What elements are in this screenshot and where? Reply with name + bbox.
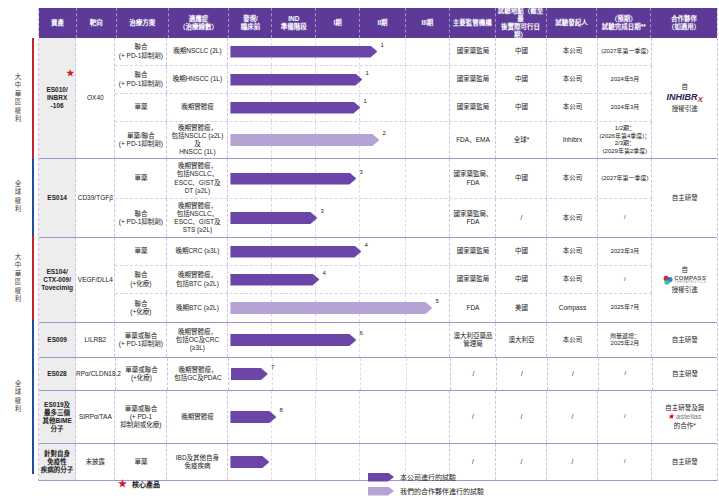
partner-cell: 自主研發 [652,159,717,237]
partner-trial-bar-icon [368,487,394,496]
header-col-7: II期 [360,8,406,38]
treatment-plan-cell: 單藥或聯合 (+ PD-1 抑制劑或化療) [115,391,167,443]
legend-partner-trial-label: 我們的合作夥伴進行的試驗 [400,486,484,496]
phase-gridline [359,444,360,480]
phase-gridline [360,358,361,390]
phase-gridline [405,323,406,357]
rows-wrap: 單藥或聯合 (+化療)晚期實體瘤， 包括GC及PDAC7//// [116,358,653,390]
sponsor-cell: 本公司 [547,323,598,357]
treatment-plan-cell: 單藥或聯合 (+化療) [116,358,168,390]
legend-core-product: ★ 核心產品 [118,479,160,489]
pipeline-row: 聯合 (+化療)晚期實體瘤， 包括BTC (≥2L)4國家藥監局中國本公司/ [115,266,652,294]
pipeline-row: 聯合 (+ PD-1抑制劑)晚期實體瘤， 包括NSCLC、 ESCC、GIST及… [115,199,652,237]
location-cell: 中國 [496,66,547,93]
bar-footnote: 4 [364,242,367,248]
header-col-5: IND 準備階段 [272,8,316,38]
regulator-cell: 國家藥監局、 FDA [450,199,496,237]
phase-gridline [359,391,360,443]
core-product-star-icon: ★ [66,69,74,78]
core-product-star-icon: ★ [118,479,127,489]
compass-icon [663,275,673,285]
indication-cell: 晚期實體瘤， 包括NSCLC、 ESCC、GIST及 STS (≥2L) [167,199,228,237]
indication-cell: 晚期實體瘤 [167,94,228,121]
partner-suffix: 授權引進 [672,105,698,113]
asset-group-5: ES019及 最多三個 其他BiME 分子SIRPα/TAA單藥或聯合 (+ P… [39,391,717,444]
indication-cell: 晚期實體瘤， 包括NSCLC (≥2L)及 HNSCC (1L) [167,122,228,158]
treatment-plan-cell: 單藥或聯合 (+ PD-1抑制劑) [115,323,167,357]
pipeline-row: 單藥或聯合 (+化療)晚期實體瘤， 包括GC及PDAC7//// [116,358,653,390]
astellas-logo: ★astellas [668,413,702,421]
partner-suffix: 授權引進 [672,286,698,294]
pipeline-row: 單藥或聯合 (+ PD-1 抑制劑或化療)晚期實體瘤8//// [115,391,652,443]
bar-footnote: 1 [365,70,368,76]
table-body: ES010/ INBRX -106★OX40聯合 (+ PD-1抑制劑)晚期NS… [39,38,717,481]
phase-gridline [359,199,360,237]
header-col-6: I期 [316,8,360,38]
target-cell: SIRPα/CLDN18.2 [76,358,116,390]
phase-gridline [406,358,407,390]
location-cell: 中國 [496,94,547,121]
regulator-cell: FDA [450,294,496,322]
sponsor-cell: 本公司 [547,66,598,93]
header-col-9: 主要監管機構 [450,8,496,38]
compass-logo-sub: THERAPEUTICS [674,281,706,285]
regulator-cell: 國家藥監局 [450,238,496,265]
completion-date-cell: / [599,358,653,390]
indication-cell: 晚期NSCLC (2L) [167,38,228,65]
partner-text: 自主研發 [672,458,698,466]
sponsor-cell: Compass [547,294,598,322]
phase-gridline [405,38,406,65]
pipeline-row: 單藥晚期實體瘤1國家藥監局中國本公司2024年3月 [115,94,652,122]
indication-cell: 晚期HNSCC (1L) [167,66,228,93]
target-cell: SIRPα/TAA [76,391,115,443]
target-cell: LILRB2 [76,323,115,357]
phase-track: 3 [228,199,450,237]
treatment-plan-cell: 單藥/聯合 (+ PD-1抑制劑) [115,122,167,158]
sponsor-cell: 本公司 [547,199,598,237]
legend-trial-types: 本公司進行的試驗 我們的合作夥伴進行的試驗 [368,472,484,496]
bar-footnote: 5 [435,298,438,304]
location-cell: 中國 [496,266,547,293]
sponsor-cell: / [548,358,599,390]
location-cell: / [496,391,547,443]
treatment-plan-cell: 聯合 (+ PD-1抑制劑) [115,38,167,65]
location-cell: / [497,358,548,390]
sponsor-cell: 本公司 [547,159,598,198]
partner-cell: 自INHIBRX授權引進 [652,38,717,158]
completion-date-cell: (2027年第一季度) [598,159,652,198]
partner-cell: 自主研發 [653,358,717,390]
sponsor-cell: / [547,444,598,480]
pipeline-row: 聯合 (+ PD-1抑制劑)晚期NSCLC (2L)1國家藥監局中國本公司(20… [115,38,652,66]
header-col-13: 合作夥伴 （如適用） [651,8,717,38]
rows-wrap: 單藥或聯合 (+ PD-1 抑制劑或化療)晚期實體瘤8//// [115,391,652,443]
phase-track: 1 [228,66,450,93]
partner-prefix: 自 [681,83,688,91]
location-cell: / [496,199,547,237]
phase-track: 8 [228,391,450,443]
location-cell: 中國 [496,38,547,65]
completion-date-cell: (2027年第一季度) [598,38,652,65]
phase-gridline [315,444,316,480]
completion-date-cell: 2025年7月 [598,294,652,322]
indication-cell: IBD及其他自身 免疫疾病 [167,444,228,480]
pipeline-bar [230,102,360,114]
location-cell: 中國 [496,159,547,198]
header-col-2: 治療方案 [117,8,169,38]
phase-track: 3 [228,159,450,198]
phase-gridline [405,199,406,237]
treatment-plan-cell: 單藥 [115,238,167,265]
regulator-cell: 國家藥監局 [450,94,496,121]
pipeline-bar [230,212,317,224]
phase-gridline [359,323,360,357]
compass-logo-text: COMPASSTHERAPEUTICS [674,275,706,285]
completion-date-cell: / [598,266,652,293]
pipeline-bar [230,274,319,286]
treatment-plan-cell: 單藥 [115,444,167,480]
completion-date-cell: 1/2期： (2026年第4季度)； 2/3期： (2029年第2季度) [598,122,652,158]
partner-line2: 的合作* [674,422,696,430]
phase-track: 4 [228,266,450,293]
asset-cell: ES009 [39,323,76,357]
asset-cell: 針對自身 免疫性 疾病的分子 [39,444,76,480]
rights-band-line [32,236,34,320]
treatment-plan-cell: 聯合 (+ PD-1抑制劑) [115,199,167,237]
